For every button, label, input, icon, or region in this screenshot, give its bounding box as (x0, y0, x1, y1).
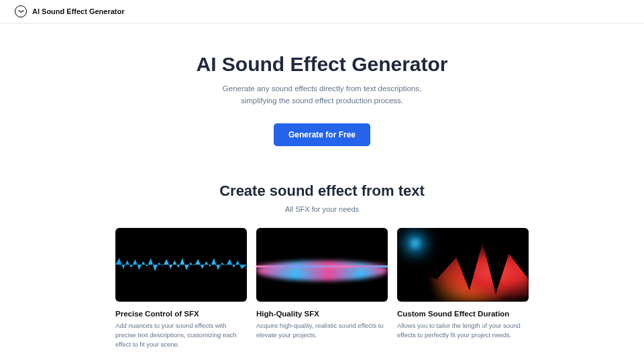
feature-cards: Precise Control of SFX Add nuances to yo… (0, 228, 644, 350)
brand-name: AI Sound Effect Generator (32, 7, 125, 15)
waveform-neon-image (256, 228, 388, 302)
feature-card: Precise Control of SFX Add nuances to yo… (115, 228, 247, 350)
header: AI Sound Effect Generator (0, 0, 644, 23)
hero-subtitle-line1: Generate any sound effects directly from… (0, 82, 644, 95)
feature-card-title: Precise Control of SFX (115, 310, 247, 318)
hero-subtitle-line2: simplifying the sound effect production … (0, 95, 644, 107)
features-subtitle: All SFX for your needs (0, 205, 644, 213)
waveform-red-image (397, 228, 529, 302)
features-title: Create sound effect from text (0, 182, 644, 200)
feature-card-title: High-Quality SFX (256, 310, 388, 318)
generate-free-button[interactable]: Generate for Free (274, 123, 370, 146)
waveform-blue-image (115, 228, 247, 302)
features-section: Create sound effect from text All SFX fo… (0, 176, 644, 350)
feature-card: High-Quality SFX Acquire high-quality, r… (256, 228, 388, 350)
feature-card: Custom Sound Effect Duration Allows you … (397, 228, 529, 350)
hero-title: AI Sound Effect Generator (0, 53, 644, 76)
feature-card-desc: Acquire high-quality, realistic sound ef… (256, 321, 388, 341)
feature-card-title: Custom Sound Effect Duration (397, 310, 529, 318)
sound-wave-icon (15, 5, 27, 17)
feature-card-desc: Add nuances to your sound effects with p… (115, 321, 247, 350)
feature-card-desc: Allows you to tailor the length of your … (397, 321, 529, 341)
hero-section: AI Sound Effect Generator Generate any s… (0, 23, 644, 176)
